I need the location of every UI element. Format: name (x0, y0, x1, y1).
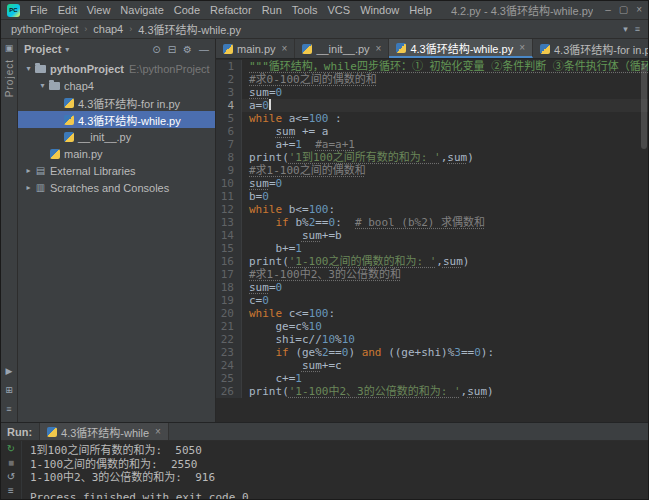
tree-item[interactable]: ▾pythonProjectE:\pythonProject (18, 60, 215, 77)
minimize-button[interactable]: – (605, 5, 611, 15)
editor-tab[interactable]: __init__.py× (295, 39, 389, 58)
structure-tool-icon[interactable]: ⊞ (5, 385, 13, 395)
editor-tab[interactable]: 4.3循环结构-while.py× (389, 39, 533, 58)
breadcrumb-item[interactable]: pythonProject (9, 23, 80, 35)
close-icon[interactable]: × (519, 42, 525, 53)
menu-file[interactable]: File (25, 4, 53, 16)
code-line[interactable]: 14 sum+=b (216, 229, 648, 242)
code-line[interactable]: 19c=0 (216, 294, 648, 307)
settings-icon[interactable]: ⚙ (183, 44, 192, 55)
code-editor[interactable]: 1"""循环结构，while四步循环：① 初始化变量 ②条件判断 ③条件执行体（… (216, 59, 648, 422)
code-line[interactable]: 18sum=0 (216, 281, 648, 294)
editor-tab[interactable]: main.py× (216, 39, 295, 58)
project-stripe-button[interactable]: Project (4, 59, 15, 97)
code-line[interactable]: 9#求1-100之间的偶数和 (216, 164, 648, 177)
code-line[interactable]: 8print('1到100之间所有数的和为: ',sum) (216, 151, 648, 164)
tree-item[interactable]: ▸▥Scratches and Consoles (18, 179, 215, 196)
tree-item[interactable]: main.py (18, 145, 215, 162)
code-line[interactable]: 5while a<=100 : (216, 112, 648, 125)
code-line[interactable]: 13 if b%2==0: # bool (b%2) 求偶数和 (216, 216, 648, 229)
code-token (302, 138, 315, 151)
menu-run[interactable]: Run (257, 4, 287, 16)
code-line[interactable]: 4a=0 (216, 99, 648, 112)
code-line[interactable]: 11b=0 (216, 190, 648, 203)
code-line[interactable]: 1"""循环结构，while四步循环：① 初始化变量 ②条件判断 ③条件执行体（… (216, 60, 648, 73)
todo-tool-icon[interactable]: ≡ (6, 404, 11, 414)
code-line[interactable]: 20while c<=100: (216, 307, 648, 320)
code-line[interactable]: 17#求1-100中2、3的公倍数的和 (216, 268, 648, 281)
code-line[interactable]: 26print('1-100中2、3的公倍数的和为: ',sum) (216, 385, 648, 398)
main-menu: FileEditViewNavigateCodeRefactorRunTools… (25, 4, 437, 16)
tree-item[interactable]: 4.3循环结构-while.py (18, 111, 215, 128)
chevron-down-icon[interactable]: ▾ (37, 81, 48, 90)
menu-code[interactable]: Code (169, 4, 205, 16)
code-line[interactable]: 7 a+=1 #a=a+1 (216, 138, 648, 151)
collapse-all-icon[interactable]: ⊟ (168, 44, 176, 55)
chevron-right-icon[interactable]: ▸ (23, 166, 34, 175)
code-line[interactable]: 6 sum += a (216, 125, 648, 138)
stop-icon[interactable]: ■ (8, 458, 14, 468)
editor-tab[interactable]: 4.3循环结构-for in.py× (533, 39, 649, 58)
folder-icon (34, 65, 47, 73)
code-line[interactable]: 25 c+=1 (216, 372, 648, 385)
chevron-right-icon[interactable]: ▸ (23, 183, 34, 192)
tree-item[interactable]: ▾chap4 (18, 77, 215, 94)
project-panel-title[interactable]: Project (24, 43, 61, 55)
code-line[interactable]: 15 b+=1 (216, 242, 648, 255)
code-line[interactable]: 23 if (ge%2==0) and ((ge+shi)%3==0): (216, 346, 648, 359)
menu-tools[interactable]: Tools (287, 4, 323, 16)
folder-icon (35, 65, 46, 73)
breadcrumb-item[interactable]: 4.3循环结构-while.py (136, 21, 243, 37)
line-number: 2 (216, 73, 242, 86)
code-line[interactable]: 21 ge=c%10 (216, 320, 648, 333)
menu-help[interactable]: Help (404, 4, 437, 16)
code-line[interactable]: 12while b<=100: (216, 203, 648, 216)
hide-panel-icon[interactable]: — (199, 44, 209, 55)
code-line[interactable]: 24 sum+=c (216, 359, 648, 372)
py-icon (62, 98, 75, 108)
close-icon[interactable]: × (155, 426, 161, 437)
code-line[interactable]: 22 shi=c//10%10 (216, 333, 648, 346)
code-text: #求1-100中2、3的公倍数的和 (242, 268, 648, 281)
restore-layout-icon[interactable]: ↺ (7, 472, 15, 482)
menu-navigate[interactable]: Navigate (115, 4, 168, 16)
tree-label: External Libraries (50, 165, 136, 177)
menu-refactor[interactable]: Refactor (205, 4, 257, 16)
code-token: 2 (322, 346, 329, 359)
menu-edit[interactable]: Edit (53, 4, 82, 16)
breadcrumb-item[interactable]: chap4 (91, 23, 125, 35)
rerun-icon[interactable]: ↻ (7, 444, 15, 454)
menu-vcs[interactable]: VCS (323, 4, 356, 16)
code-token: == (461, 346, 474, 359)
code-line[interactable]: 10sum=0 (216, 177, 648, 190)
tree-label: __init__.py (78, 131, 131, 143)
toolbar-menu-icon[interactable]: ≡ (635, 24, 640, 34)
code-token: print (249, 385, 282, 398)
console-output[interactable]: 1到100之间所有数的和为: 50501-100之间的偶数的和为: 25501-… (22, 441, 648, 499)
run-config-tab[interactable]: 4.3循环结构-while × (39, 423, 169, 440)
run-panel-header: Run: 4.3循环结构-while × (1, 423, 648, 441)
close-icon[interactable]: × (282, 43, 288, 54)
code-line[interactable]: 2#求0-100之间的偶数的和 (216, 73, 648, 86)
tree-item[interactable]: ▸▤External Libraries (18, 162, 215, 179)
line-number: 15 (216, 242, 242, 255)
menu-view[interactable]: View (82, 4, 116, 16)
locate-file-icon[interactable]: ⊙ (152, 44, 160, 55)
chevron-down-icon[interactable]: ▾ (23, 64, 34, 73)
maximize-button[interactable]: ▢ (619, 5, 628, 15)
editor-scrollbar[interactable] (641, 63, 647, 149)
console-menu-icon[interactable]: ≡ (8, 486, 14, 496)
code-line[interactable]: 3sum=0 (216, 86, 648, 99)
tree-item[interactable]: __init__.py (18, 128, 215, 145)
run-tool-icon[interactable]: ▶ (6, 366, 13, 376)
tree-item[interactable]: 4.3循环结构-for in.py (18, 94, 215, 111)
code-line[interactable]: 16print('1-100之间的偶数的和为: ',sum) (216, 255, 648, 268)
menu-window[interactable]: Window (355, 4, 404, 16)
window-title: 4.2.py - 4.3循环结构-while.py (451, 2, 593, 18)
close-button[interactable]: × (636, 5, 642, 15)
chevron-down-icon[interactable]: ▾ (65, 45, 69, 54)
chevron-down-icon[interactable]: ▾ (623, 24, 628, 34)
project-tool-icon[interactable]: ▣ (5, 43, 14, 53)
project-panel-header: Project ▾ ⊙⊟⚙— (18, 39, 215, 59)
close-icon[interactable]: × (376, 43, 382, 54)
